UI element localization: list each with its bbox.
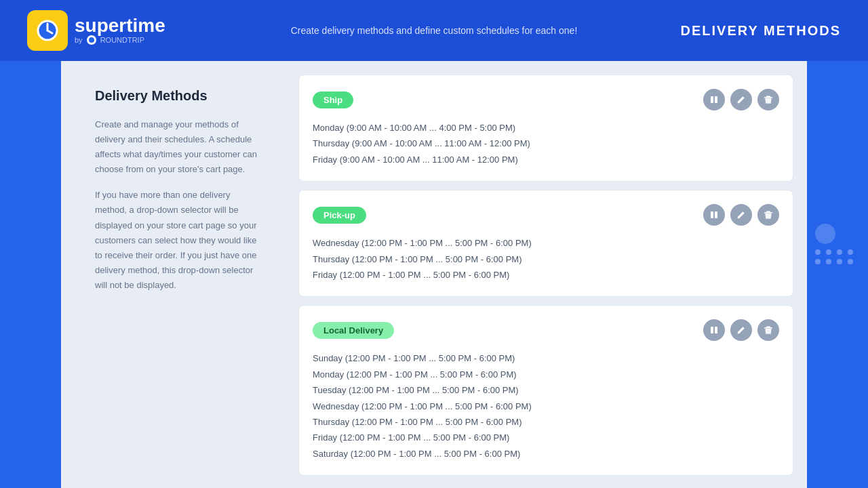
roundtrip-label: ROUNDTRIP: [100, 36, 144, 44]
schedule-line: Thursday (9:00 AM - 10:00 AM ... 11:00 A…: [313, 136, 779, 151]
bg-circle: [815, 224, 835, 244]
schedule-line: Wednesday (12:00 PM - 1:00 PM ... 5:00 P…: [313, 399, 779, 414]
logo-title: supertime: [75, 16, 165, 35]
card-actions-local: [703, 319, 779, 341]
page-title: DELIVERY METHODS: [681, 23, 841, 39]
schedule-line: Tuesday (12:00 PM - 1:00 PM ... 5:00 PM …: [313, 382, 779, 398]
schedule-line: Friday (9:00 AM - 10:00 AM ... 11:00 AM …: [313, 152, 779, 167]
bg-dots: [815, 249, 854, 264]
left-panel: Delivery Methods Create and manage your …: [61, 61, 292, 488]
logo-icon: [27, 10, 68, 51]
right-panel: ShipMonday (9:00 AM - 10:00 AM ... 4:00 …: [292, 61, 807, 488]
schedule-line: Saturday (12:00 PM - 1:00 PM ... 5:00 PM…: [313, 446, 779, 462]
delete-button-ship[interactable]: [757, 89, 779, 110]
card-header-pickup: Pick-up: [313, 204, 779, 226]
edit-button-local[interactable]: [730, 319, 752, 341]
delete-button-local[interactable]: [757, 319, 779, 341]
logo-by: by: [75, 36, 83, 44]
delivery-card-ship: ShipMonday (9:00 AM - 10:00 AM ... 4:00 …: [298, 75, 793, 182]
card-actions-pickup: [703, 204, 779, 226]
svg-rect-7: [715, 96, 717, 103]
svg-rect-11: [715, 211, 717, 218]
badge-pickup: Pick-up: [313, 207, 366, 224]
svg-rect-15: [715, 327, 717, 333]
left-panel-para1: Create and manage your methods of delive…: [95, 117, 264, 177]
card-header-ship: Ship: [313, 89, 779, 110]
schedule-line: Friday (12:00 PM - 1:00 PM ... 5:00 PM -…: [313, 267, 779, 283]
svg-rect-12: [764, 212, 772, 214]
card-actions-ship: [703, 89, 779, 110]
delivery-card-local: Local DeliverySunday (12:00 PM - 1:00 PM…: [298, 305, 793, 476]
svg-rect-13: [766, 211, 770, 213]
delivery-card-pickup: Pick-upWednesday (12:00 PM - 1:00 PM ...…: [298, 190, 793, 297]
pause-button-local[interactable]: [703, 319, 725, 341]
delete-button-pickup[interactable]: [757, 204, 779, 226]
svg-rect-17: [766, 327, 770, 328]
svg-rect-6: [711, 96, 713, 103]
logo-area: supertime by ROUNDTRIP: [27, 10, 165, 51]
pause-button-ship[interactable]: [703, 89, 725, 110]
pause-button-pickup[interactable]: [703, 204, 725, 226]
header-tagline: Create delivery methods and define custo…: [291, 25, 578, 36]
left-panel-heading: Delivery Methods: [95, 88, 264, 104]
header: supertime by ROUNDTRIP Create delivery m…: [0, 0, 868, 61]
schedule-line: Monday (9:00 AM - 10:00 AM ... 4:00 PM -…: [313, 120, 779, 136]
edit-button-pickup[interactable]: [730, 204, 752, 226]
bg-decoration: [815, 224, 854, 264]
svg-rect-8: [764, 97, 772, 98]
badge-local: Local Delivery: [313, 322, 394, 339]
svg-rect-16: [764, 327, 772, 329]
logo-sub: by ROUNDTRIP: [75, 35, 165, 45]
edit-button-ship[interactable]: [730, 89, 752, 110]
schedule-line: Thursday (12:00 PM - 1:00 PM ... 5:00 PM…: [313, 251, 779, 267]
left-panel-para2: If you have more than one delivery metho…: [95, 188, 264, 293]
schedule-line: Sunday (12:00 PM - 1:00 PM ... 5:00 PM -…: [313, 350, 779, 366]
schedule-line: Monday (12:00 PM - 1:00 PM ... 5:00 PM -…: [313, 367, 779, 382]
card-header-local: Local Delivery: [313, 319, 779, 341]
schedule-line: Thursday (12:00 PM - 1:00 PM ... 5:00 PM…: [313, 414, 779, 430]
schedule-line: Wednesday (12:00 PM - 1:00 PM ... 5:00 P…: [313, 235, 779, 251]
svg-point-5: [89, 37, 94, 43]
badge-ship: Ship: [313, 92, 353, 108]
svg-rect-9: [766, 96, 770, 98]
svg-rect-10: [711, 211, 713, 218]
schedule-line: Friday (12:00 PM - 1:00 PM ... 5:00 PM -…: [313, 430, 779, 445]
logo-text: supertime by ROUNDTRIP: [75, 16, 165, 45]
svg-rect-14: [711, 327, 713, 333]
main-content: Delivery Methods Create and manage your …: [61, 61, 807, 488]
